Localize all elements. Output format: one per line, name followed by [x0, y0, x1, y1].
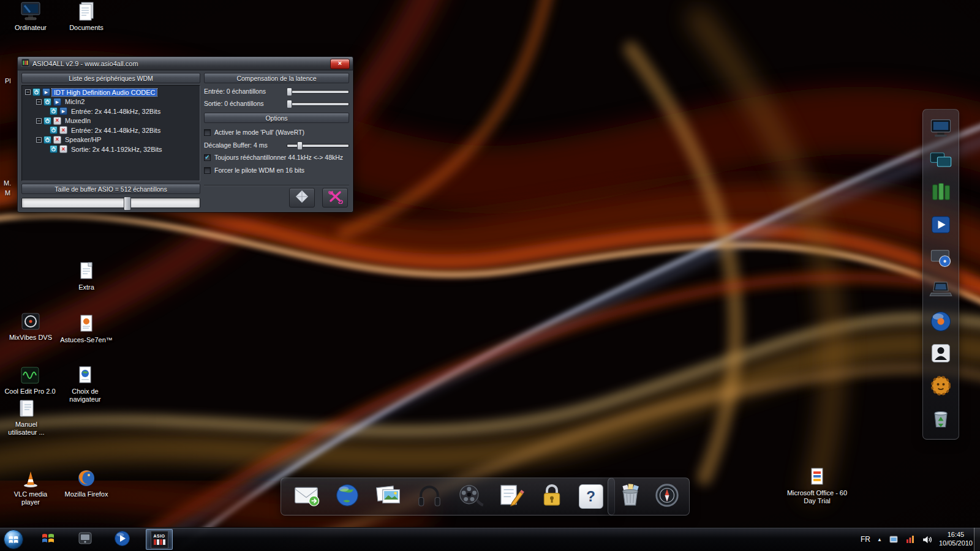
- dock-item-movies[interactable]: [456, 481, 484, 512]
- language-indicator[interactable]: FR: [861, 535, 870, 544]
- tree-item-label[interactable]: MicIn2: [63, 98, 86, 105]
- desktop-icon-choix-navigateur[interactable]: Choix de navigateur: [59, 365, 111, 403]
- tree-item-device[interactable]: − ▶ MicIn2: [23, 97, 198, 107]
- device-power-icon[interactable]: [43, 117, 51, 125]
- tree-item-label[interactable]: Entrée: 2x 44.1-48kHz, 32Bits: [69, 108, 162, 115]
- partial-icon-label[interactable]: Pl: [5, 77, 11, 84]
- tree-item-device[interactable]: − × Speaker/HP: [23, 135, 198, 145]
- dock-item-recycle-bin-full[interactable]: [616, 481, 644, 512]
- window-titlebar[interactable]: ASIO4ALL v2.9 - www.asio4all.com ×: [18, 57, 353, 70]
- dock-item-lock[interactable]: [538, 481, 566, 512]
- slider-handle[interactable]: [287, 100, 292, 108]
- dock-item-mail[interactable]: [292, 481, 320, 512]
- about-logo-button[interactable]: [289, 188, 315, 208]
- input-latency-slider[interactable]: [287, 88, 349, 95]
- desktop-icon-label: Mozilla Firefox: [61, 490, 112, 498]
- device-power-icon[interactable]: [43, 98, 51, 106]
- clock-time: 16:45: [939, 531, 973, 539]
- firefox-icon: [61, 468, 112, 489]
- collapse-icon[interactable]: −: [25, 89, 31, 95]
- slider-track[interactable]: [21, 198, 200, 208]
- collapse-icon[interactable]: −: [36, 99, 42, 105]
- output-latency-slider[interactable]: [287, 100, 349, 107]
- output-latency-label: Sortie: 0 échantillons: [204, 100, 263, 107]
- option-pull-mode[interactable]: Activer le mode 'Pull' (WaveRT): [204, 127, 349, 137]
- tray-activity-icon[interactable]: [905, 534, 915, 544]
- partial-icon-label[interactable]: M: [5, 189, 10, 197]
- desktop-icon-astuces-se7en[interactable]: Astuces-Se7en™: [58, 313, 115, 344]
- dock-item-headphones[interactable]: [415, 481, 443, 512]
- dock-item-library[interactable]: [929, 180, 953, 207]
- dock-item-help[interactable]: ?: [579, 484, 603, 509]
- clock-date: 10/05/2010: [939, 539, 973, 548]
- taskbar-button-asio4all[interactable]: ASIO: [146, 529, 173, 550]
- desktop-icon-documents[interactable]: Documents: [61, 1, 112, 32]
- checkbox-unchecked[interactable]: [204, 167, 211, 174]
- device-power-icon[interactable]: [50, 145, 58, 153]
- dock-item-display[interactable]: [929, 116, 953, 143]
- slider-track[interactable]: [287, 102, 349, 106]
- slider-track[interactable]: [287, 90, 349, 94]
- laptop-icon: [929, 277, 953, 304]
- tree-item-device[interactable]: − ▶ IDT High Definition Audio CODEC: [23, 88, 198, 97]
- partial-icon-label[interactable]: M.: [4, 179, 11, 187]
- tree-item-label[interactable]: Entrée: 2x 44.1-48kHz, 32Bits: [69, 127, 162, 134]
- slider-handle[interactable]: [287, 88, 292, 96]
- taskbar-button-media-device[interactable]: [72, 530, 98, 549]
- desktop-icon-vlc[interactable]: VLC media player: [5, 468, 56, 506]
- show-desktop-button[interactable]: [974, 528, 980, 551]
- option-resample[interactable]: ✓ Toujours rééchantillonner 44.1kHz <-> …: [204, 152, 349, 162]
- slider-handle[interactable]: [124, 197, 131, 211]
- dock-item-disc-drive[interactable]: [929, 245, 953, 272]
- tray-expand-chevron-icon[interactable]: ▲: [877, 537, 882, 542]
- desktop-icon-firefox[interactable]: Mozilla Firefox: [61, 468, 112, 498]
- buffer-offset-slider[interactable]: [287, 141, 349, 149]
- close-button[interactable]: ×: [330, 59, 350, 69]
- device-power-icon[interactable]: [43, 136, 51, 144]
- tree-item-format[interactable]: × Sortie: 2x 44.1-192kHz, 32Bits: [23, 144, 198, 154]
- desktop-icon-ordinateur[interactable]: Ordinateur: [5, 1, 56, 32]
- dock-item-video-player[interactable]: [929, 212, 953, 239]
- option-force-16bit[interactable]: Forcer le pilote WDM en 16 bits: [204, 165, 349, 175]
- taskbar-button-windows[interactable]: [36, 530, 61, 549]
- device-power-icon[interactable]: [32, 88, 40, 96]
- collapse-icon[interactable]: −: [36, 118, 42, 124]
- desktop-icon-cool-edit-pro[interactable]: Cool Edit Pro 2.0: [1, 365, 59, 395]
- dock-item-laptop[interactable]: [929, 277, 953, 304]
- desktop-icon-ms-office[interactable]: Microsoft Office - 60 Day Trial: [780, 467, 854, 505]
- tree-item-label[interactable]: Speaker/HP: [63, 136, 103, 143]
- desktop-icon-manuel-utilisateur[interactable]: Manuel utilisateur ...: [1, 398, 52, 437]
- dock-item-profile[interactable]: [929, 341, 953, 368]
- dock-item-media-orb[interactable]: [929, 309, 953, 336]
- advanced-options-button[interactable]: [322, 188, 348, 208]
- desktop-icon-extra[interactable]: Extra: [61, 261, 112, 291]
- tray-window-icon[interactable]: [889, 534, 899, 544]
- clock[interactable]: 16:45 10/05/2010: [939, 531, 973, 548]
- tree-item-format[interactable]: × Entrée: 2x 44.1-48kHz, 32Bits: [23, 126, 198, 135]
- device-power-icon[interactable]: [50, 107, 58, 115]
- dock-item-dual-screens[interactable]: [929, 148, 953, 175]
- tree-item-label[interactable]: MuxedIn: [63, 117, 92, 124]
- dock-item-games[interactable]: [929, 373, 953, 400]
- device-power-icon[interactable]: [50, 126, 58, 134]
- checkbox-checked[interactable]: ✓: [204, 154, 211, 161]
- tree-item-device[interactable]: − × MuxedIn: [23, 116, 198, 126]
- slider-track[interactable]: [287, 144, 349, 148]
- desktop-icon-mixvibes-dvs[interactable]: MixVibes DVS: [5, 311, 56, 342]
- dock-item-browser-globe[interactable]: [333, 481, 361, 512]
- asio-buffer-size-slider[interactable]: [21, 198, 200, 208]
- checkbox-unchecked[interactable]: [204, 129, 211, 136]
- dock-item-notes[interactable]: [497, 481, 525, 512]
- tree-item-format[interactable]: ▶ Entrée: 2x 44.1-48kHz, 32Bits: [23, 107, 198, 116]
- tree-item-label[interactable]: Sortie: 2x 44.1-192kHz, 32Bits: [69, 146, 164, 153]
- start-button[interactable]: [2, 528, 24, 550]
- collapse-icon[interactable]: −: [36, 137, 42, 143]
- tree-item-label[interactable]: IDT High Definition Audio CODEC: [52, 89, 157, 96]
- slider-handle[interactable]: [297, 141, 303, 150]
- film-reel-icon: [456, 481, 484, 512]
- taskbar-button-player[interactable]: [109, 530, 135, 549]
- volume-icon[interactable]: [922, 534, 932, 545]
- dock-item-recycle-bin[interactable]: [929, 406, 953, 433]
- dock-item-pictures[interactable]: [374, 481, 402, 512]
- dock-item-compass[interactable]: [653, 481, 681, 512]
